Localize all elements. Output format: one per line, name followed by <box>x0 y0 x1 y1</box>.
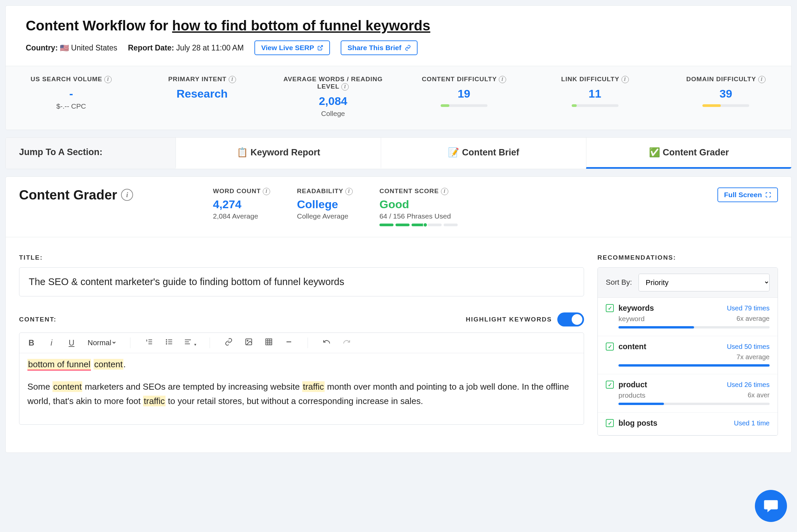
ordered-list-button[interactable] <box>144 338 154 348</box>
info-icon[interactable]: i <box>104 76 112 83</box>
italic-button[interactable]: i <box>46 338 57 347</box>
check-icon: ✓ <box>606 304 614 312</box>
view-live-serp-button[interactable]: View Live SERP <box>255 40 330 55</box>
underline-button[interactable]: U <box>66 338 77 347</box>
section-tabs: Jump To A Section: 📋 Keyword Report📝 Con… <box>5 137 792 169</box>
readability-metric: READABILITY i College College Average <box>297 188 353 226</box>
metrics-row: US SEARCH VOLUME i - $-.-- CPCPRIMARY IN… <box>6 66 791 130</box>
score-progress <box>379 224 458 226</box>
link-icon <box>405 45 411 51</box>
sort-by-label: Sort By: <box>606 278 632 287</box>
flag-icon: 🇺🇸 <box>60 44 69 52</box>
svg-rect-14 <box>266 339 272 345</box>
info-icon[interactable]: i <box>341 83 349 91</box>
metric-card: US SEARCH VOLUME i - $-.-- CPC <box>6 76 137 118</box>
content-grader-card: Content Grader i WORD COUNT i 4,274 2,08… <box>5 176 792 453</box>
info-icon[interactable]: i <box>499 76 506 83</box>
editor-content[interactable]: bottom of funnel content. Some content m… <box>19 353 584 424</box>
highlight-keywords-label: HIGHLIGHT KEYWORDS <box>466 316 552 323</box>
share-brief-button[interactable]: Share This Brief <box>341 40 417 55</box>
info-icon[interactable]: i <box>263 188 270 195</box>
check-icon: ✓ <box>606 419 614 427</box>
info-icon[interactable]: i <box>758 76 765 83</box>
full-screen-button[interactable]: Full Screen <box>718 188 778 202</box>
info-icon[interactable]: i <box>229 76 236 83</box>
recommendations-label: RECOMMENDATIONS: <box>597 254 778 261</box>
table-button[interactable] <box>263 338 274 348</box>
content-label: CONTENT: <box>19 316 56 323</box>
info-icon[interactable]: i <box>441 188 448 195</box>
recommendation-item[interactable]: ✓ keywords Used 79 times keyword6x avera… <box>598 298 778 336</box>
check-icon: ✓ <box>606 381 614 388</box>
title-input[interactable] <box>19 267 584 297</box>
tab-keyword-report[interactable]: 📋 Keyword Report <box>175 138 381 169</box>
recommendation-item[interactable]: ✓ content Used 50 times 7x average <box>598 336 778 374</box>
hr-button[interactable] <box>283 338 294 348</box>
editor-toolbar: B i U Normal ▾ <box>19 333 584 353</box>
undo-button[interactable] <box>321 338 332 348</box>
info-icon[interactable]: i <box>121 189 133 201</box>
metric-card: AVERAGE WORDS / READING LEVEL i 2,084 Co… <box>267 76 398 118</box>
metric-card: LINK DIFFICULTY i 11 <box>530 76 661 118</box>
content-score-metric: CONTENT SCORE i Good 64 / 156 Phrases Us… <box>379 188 458 226</box>
external-link-icon <box>317 45 323 51</box>
info-icon[interactable]: i <box>345 188 353 195</box>
content-editor: B i U Normal ▾ <box>19 332 584 425</box>
align-button[interactable]: ▾ <box>184 338 196 348</box>
info-icon[interactable]: i <box>622 76 629 83</box>
recommendation-item[interactable]: ✓ blog posts Used 1 time <box>598 413 778 435</box>
expand-icon <box>765 192 771 198</box>
metric-card: DOMAIN DIFFICULTY i 39 <box>660 76 791 118</box>
workflow-keyword: how to find bottom of funnel keywords <box>172 18 430 33</box>
svg-point-13 <box>247 340 248 341</box>
redo-button[interactable] <box>341 338 352 348</box>
svg-point-8 <box>166 344 167 344</box>
unordered-list-button[interactable] <box>164 338 174 348</box>
highlight-keywords-toggle[interactable] <box>557 312 584 326</box>
format-select[interactable]: Normal <box>86 338 117 347</box>
page-title: Content Workflow for how to find bottom … <box>26 18 771 34</box>
recommendations-box: Sort By: Priority ✓ keywords Used 79 tim… <box>597 267 778 436</box>
country-meta: Country: 🇺🇸 United States <box>26 43 117 53</box>
image-button[interactable] <box>243 338 254 348</box>
word-count-metric: WORD COUNT i 4,274 2,084 Average <box>213 188 270 226</box>
tab-content-brief[interactable]: 📝 Content Brief <box>381 138 586 169</box>
recommendation-item[interactable]: ✓ product Used 26 times products6x aver <box>598 374 778 413</box>
svg-point-6 <box>166 340 167 340</box>
tab-content-grader[interactable]: ✅ Content Grader <box>586 138 791 169</box>
link-button[interactable] <box>223 338 234 348</box>
svg-point-7 <box>166 342 167 342</box>
check-icon: ✓ <box>606 343 614 350</box>
bold-button[interactable]: B <box>26 338 37 347</box>
sort-by-select[interactable]: Priority <box>638 274 770 291</box>
metric-card: PRIMARY INTENT i Research <box>137 76 268 118</box>
jump-to-section-label: Jump To A Section: <box>6 138 175 169</box>
report-date-meta: Report Date: July 28 at 11:00 AM <box>128 43 244 53</box>
content-grader-title: Content Grader i <box>19 188 213 203</box>
workflow-header-card: Content Workflow for how to find bottom … <box>5 5 792 130</box>
title-label: TITLE: <box>19 254 584 261</box>
metric-card: CONTENT DIFFICULTY i 19 <box>398 76 530 118</box>
